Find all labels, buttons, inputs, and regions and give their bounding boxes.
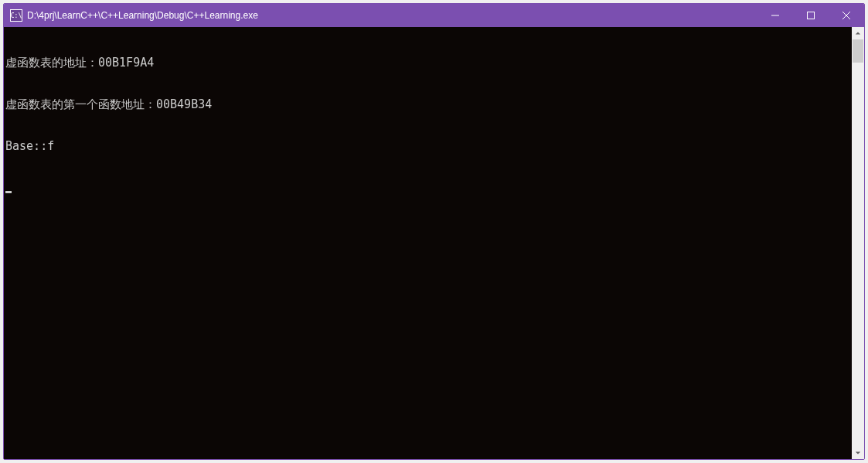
chevron-down-icon [855, 450, 861, 456]
console-line: Base::f [5, 139, 849, 153]
scroll-up-button[interactable] [852, 27, 864, 39]
minimize-icon [771, 12, 779, 19]
maximize-icon [807, 12, 815, 19]
client-area: 虚函数表的地址：00B1F9A4 虚函数表的第一个函数地址：00B49B34 B… [4, 27, 864, 459]
window-title: D:\4prj\LearnC++\C++Learning\Debug\C++Le… [27, 10, 258, 21]
console-line: 虚函数表的第一个函数地址：00B49B34 [5, 97, 849, 111]
svg-rect-1 [808, 12, 815, 19]
console-cursor-line [5, 181, 849, 195]
close-button[interactable] [829, 4, 864, 27]
cursor-icon [5, 191, 12, 193]
console-window: C:\ D:\4prj\LearnC++\C++Learning\Debug\C… [3, 3, 865, 460]
console-output[interactable]: 虚函数表的地址：00B1F9A4 虚函数表的第一个函数地址：00B49B34 B… [4, 27, 852, 459]
app-icon[interactable]: C:\ [10, 9, 22, 22]
maximize-button[interactable] [793, 4, 829, 27]
chevron-up-icon [855, 30, 861, 36]
scroll-down-button[interactable] [852, 447, 864, 459]
vertical-scrollbar[interactable] [852, 27, 864, 459]
close-icon [842, 12, 850, 19]
minimize-button[interactable] [757, 4, 793, 27]
console-line: 虚函数表的地址：00B1F9A4 [5, 56, 849, 70]
scroll-thumb[interactable] [853, 39, 863, 63]
titlebar[interactable]: C:\ D:\4prj\LearnC++\C++Learning\Debug\C… [4, 4, 864, 27]
